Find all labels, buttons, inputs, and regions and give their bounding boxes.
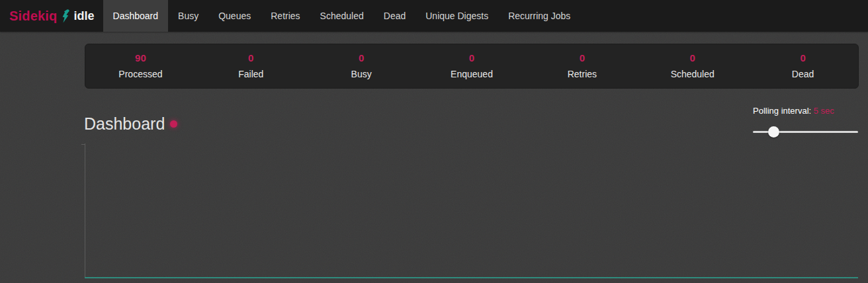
sidekiq-logo-text[interactable]: Sidekiq (9, 9, 58, 24)
stat-dead[interactable]: 0 Dead (748, 44, 858, 88)
stat-scheduled-value: 0 (637, 53, 748, 63)
chart-y-axis (85, 143, 85, 278)
chart-series-line (85, 277, 858, 278)
sidekiq-logo-icon (61, 9, 71, 23)
nav-item-unique-digests[interactable]: Unique Digests (415, 0, 498, 32)
slider-thumb[interactable] (768, 126, 779, 138)
stat-retries-value: 0 (527, 53, 637, 63)
stat-busy[interactable]: 0 Busy (306, 44, 417, 88)
live-beacon-indicator (170, 120, 177, 128)
stat-busy-label: Busy (306, 69, 417, 79)
nav-item-queues[interactable]: Queues (208, 0, 261, 32)
stat-scheduled-label: Scheduled (637, 69, 748, 79)
stat-failed-label: Failed (196, 69, 306, 79)
stat-dead-label: Dead (748, 69, 858, 79)
stat-enqueued[interactable]: 0 Enqueued (417, 44, 527, 88)
stat-enqueued-label: Enqueued (417, 69, 527, 79)
stat-scheduled[interactable]: 0 Scheduled (637, 44, 748, 88)
chart-y-axis-tick (81, 144, 85, 145)
polling-interval-label: Polling interval: 5 sec (753, 106, 859, 116)
stat-retries[interactable]: 0 Retries (527, 44, 637, 88)
nav-item-dead[interactable]: Dead (374, 0, 415, 32)
summary-stats-bar: 90 Processed 0 Failed 0 Busy 0 Enqueued … (85, 44, 859, 89)
nav-item-dashboard[interactable]: Dashboard (103, 0, 169, 32)
stat-busy-value: 0 (306, 53, 417, 63)
stat-failed-value: 0 (196, 53, 306, 63)
stat-retries-label: Retries (527, 69, 637, 79)
stat-dead-value: 0 (748, 53, 858, 63)
sidekiq-dashboard-page: Sidekiq idle Dashboard Busy Queues Retri… (0, 0, 868, 283)
stat-processed[interactable]: 90 Processed (85, 44, 196, 88)
page-title: Dashboard (84, 114, 165, 134)
redis-status-label: idle (74, 9, 95, 23)
nav-item-scheduled[interactable]: Scheduled (310, 0, 374, 32)
stat-processed-value: 90 (85, 53, 196, 63)
brand[interactable]: Sidekiq idle (9, 0, 95, 32)
nav-tabs: Dashboard Busy Queues Retries Scheduled … (103, 0, 581, 32)
stat-failed[interactable]: 0 Failed (196, 44, 306, 88)
stat-enqueued-value: 0 (417, 53, 527, 63)
realtime-chart (85, 143, 858, 283)
nav-item-retries[interactable]: Retries (261, 0, 310, 32)
nav-item-busy[interactable]: Busy (168, 0, 208, 32)
polling-interval-slider[interactable] (753, 126, 859, 138)
polling-interval-control: Polling interval: 5 sec (753, 106, 859, 138)
navbar: Sidekiq idle Dashboard Busy Queues Retri… (0, 0, 868, 32)
nav-item-recurring-jobs[interactable]: Recurring Jobs (498, 0, 580, 32)
stat-processed-label: Processed (85, 69, 196, 79)
polling-interval-value: 5 sec (814, 106, 834, 116)
